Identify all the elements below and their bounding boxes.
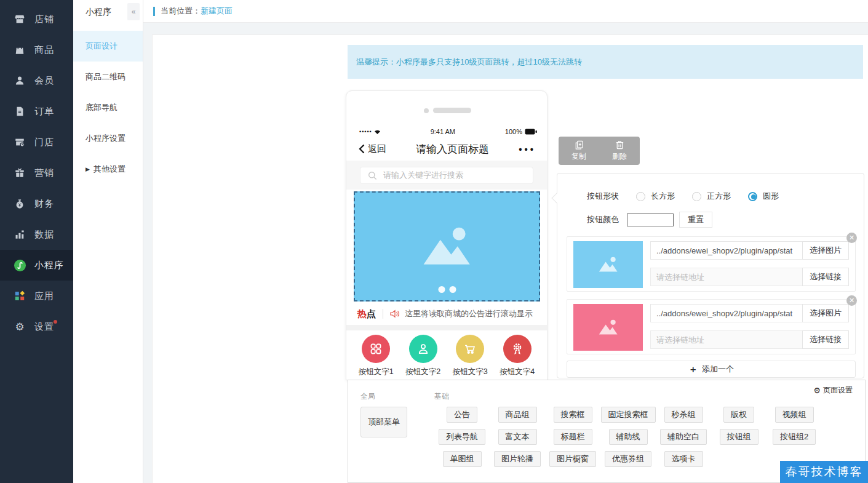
search-component[interactable]: 请输入关键字进行搜索 bbox=[346, 161, 547, 190]
remove-item-icon[interactable]: ✕ bbox=[846, 233, 857, 243]
image-path-input[interactable] bbox=[650, 304, 803, 322]
choose-image-button[interactable]: 选择图片 bbox=[802, 304, 849, 322]
choose-link-button[interactable]: 选择链接 bbox=[802, 268, 849, 286]
sidebar-item-goods[interactable]: 商品 bbox=[0, 34, 73, 65]
notification-dot bbox=[54, 320, 57, 324]
submenu-item-bottom-nav[interactable]: 底部导航 bbox=[73, 92, 143, 123]
sidebar-item-apps[interactable]: 应用 bbox=[0, 281, 73, 311]
page-settings-button[interactable]: ⚙ 页面设置 bbox=[813, 385, 853, 396]
speaker-pill-icon bbox=[433, 108, 471, 113]
component-button[interactable]: 固定搜索框 bbox=[601, 407, 656, 423]
sidebar-item-stores[interactable]: 门店 bbox=[0, 127, 73, 158]
sidebar-item-settings[interactable]: ⚙ 设置 bbox=[0, 311, 73, 342]
delete-button[interactable]: 删除 bbox=[599, 137, 640, 165]
radio-icon[interactable] bbox=[692, 192, 701, 201]
radio-circle[interactable]: 圆形 bbox=[748, 191, 779, 202]
image-path-input[interactable] bbox=[650, 241, 803, 260]
add-item-button[interactable]: ＋ 添加一个 bbox=[567, 361, 856, 378]
submenu-item-other-settings[interactable]: ▶其他设置 bbox=[73, 154, 143, 185]
sidebar-item-miniprogram[interactable]: 小程序 bbox=[0, 250, 73, 281]
choose-link-button[interactable]: 选择链接 bbox=[802, 330, 849, 349]
speaker-icon bbox=[390, 309, 400, 318]
radio-rectangle[interactable]: 长方形 bbox=[636, 191, 675, 202]
copy-icon bbox=[574, 140, 584, 150]
gear-icon: ⚙ bbox=[813, 386, 821, 395]
image-item-row: 选择图片 选择链接 ✕ bbox=[567, 299, 856, 354]
component-button[interactable]: 公告 bbox=[447, 407, 477, 423]
camera-dot-icon bbox=[424, 108, 429, 113]
component-button[interactable]: 搜索框 bbox=[554, 407, 592, 423]
image-thumbnail[interactable] bbox=[573, 241, 643, 288]
sidebar-item-finance[interactable]: 财务 bbox=[0, 188, 73, 219]
sidebar-item-members[interactable]: 会员 bbox=[0, 65, 73, 96]
sidebar-item-label: 小程序 bbox=[34, 260, 64, 271]
submenu-item-goods-qrcode[interactable]: 商品二维码 bbox=[73, 62, 143, 92]
radio-selected-icon[interactable] bbox=[748, 192, 757, 201]
copy-button[interactable]: 复制 bbox=[559, 137, 599, 165]
radio-square[interactable]: 正方形 bbox=[692, 191, 731, 202]
component-button[interactable]: 图片轮播 bbox=[494, 451, 541, 467]
phone-nav-bar: 返回 请输入页面标题 ••• bbox=[346, 139, 547, 159]
component-button[interactable]: 辅助空白 bbox=[660, 429, 707, 445]
breadcrumb-current-link[interactable]: 新建页面 bbox=[201, 6, 233, 17]
store-icon bbox=[13, 13, 26, 25]
search-input[interactable]: 请输入关键字进行搜索 bbox=[360, 167, 533, 184]
component-button[interactable]: 按钮组 bbox=[720, 429, 759, 445]
battery-icon bbox=[525, 129, 537, 135]
section-gap bbox=[346, 325, 547, 330]
component-button[interactable]: 选项卡 bbox=[664, 451, 703, 467]
component-button[interactable]: 标题栏 bbox=[554, 429, 592, 445]
phone-status-bar: ••••• 9:41 AM 100% bbox=[346, 126, 547, 137]
document-icon bbox=[13, 105, 26, 118]
announcement-text: 这里将读取商城的公告进行滚动显示 bbox=[405, 308, 533, 319]
storefront-icon bbox=[13, 136, 26, 148]
sidebar-item-data[interactable]: 数据 bbox=[0, 219, 73, 250]
carousel-dots bbox=[438, 286, 456, 293]
component-button[interactable]: 商品组 bbox=[498, 407, 537, 423]
announcement-component[interactable]: 热 点 这里将读取商城的公告进行滚动显示 bbox=[346, 303, 547, 325]
button-color-input[interactable] bbox=[627, 214, 674, 226]
link-address-input[interactable] bbox=[650, 330, 803, 349]
component-button[interactable]: 单图组 bbox=[443, 451, 482, 467]
nav-button-3[interactable]: 按钮文字3 bbox=[447, 335, 494, 380]
remove-item-icon[interactable]: ✕ bbox=[846, 295, 857, 306]
component-button[interactable]: 辅助线 bbox=[609, 429, 648, 445]
collapse-sidebar-button[interactable]: « bbox=[127, 3, 140, 20]
more-menu-dots[interactable]: ••• bbox=[519, 144, 536, 154]
miniprogram-icon bbox=[13, 259, 26, 271]
submenu-item-mp-settings[interactable]: 小程序设置 bbox=[73, 123, 143, 154]
breadcrumb-accent bbox=[153, 7, 155, 16]
image-thumbnail[interactable] bbox=[573, 304, 643, 351]
component-button[interactable]: 秒杀组 bbox=[664, 407, 703, 423]
component-button[interactable]: 图片橱窗 bbox=[549, 451, 596, 467]
wifi-icon bbox=[374, 129, 381, 135]
back-chevron-icon bbox=[359, 144, 365, 154]
submenu-item-page-design[interactable]: 页面设计 bbox=[73, 31, 143, 62]
component-button[interactable]: 富文本 bbox=[498, 429, 537, 445]
sidebar-item-label: 店铺 bbox=[34, 14, 54, 25]
component-button[interactable]: 版权 bbox=[723, 407, 754, 423]
sidebar-item-marketing[interactable]: 营销 bbox=[0, 158, 73, 188]
component-button[interactable]: 视频组 bbox=[775, 407, 814, 423]
link-address-input[interactable] bbox=[650, 268, 803, 286]
radio-icon[interactable] bbox=[636, 192, 645, 201]
carousel-banner-selected[interactable] bbox=[354, 191, 540, 301]
back-button[interactable]: 返回 bbox=[359, 143, 386, 155]
notice-alert: 温馨提示：小程序最多只支持10级页面跳转，超过10级无法跳转 bbox=[348, 45, 863, 79]
component-button[interactable]: 按钮组2 bbox=[773, 429, 816, 445]
sidebar-item-orders[interactable]: 订单 bbox=[0, 96, 73, 127]
component-button[interactable]: 优惠券组 bbox=[605, 451, 651, 467]
component-button[interactable]: 列表导航 bbox=[439, 429, 485, 445]
sidebar-item-shop[interactable]: 店铺 bbox=[0, 4, 73, 34]
nav-button-1[interactable]: 按钮文字1 bbox=[352, 335, 400, 380]
component-top-menu[interactable]: 顶部菜单 bbox=[360, 407, 407, 437]
breadcrumb-bar: 当前位置： 新建页面 bbox=[143, 0, 868, 23]
nav-button-2[interactable]: 按钮文字2 bbox=[400, 335, 447, 380]
battery-indicator: 100% bbox=[505, 128, 537, 135]
palette-row: 公告 商品组 搜索框 固定搜索框 秒杀组 版权 视频组 bbox=[434, 407, 840, 423]
reset-color-button[interactable]: 重置 bbox=[679, 212, 712, 228]
sidebar-item-label: 财务 bbox=[34, 198, 54, 210]
button-group-component: 按钮文字1 按钮文字2 按钮文字3 按钮文字4 bbox=[346, 330, 547, 380]
nav-button-4[interactable]: 按钮文字4 bbox=[494, 335, 541, 380]
choose-image-button[interactable]: 选择图片 bbox=[802, 241, 849, 260]
